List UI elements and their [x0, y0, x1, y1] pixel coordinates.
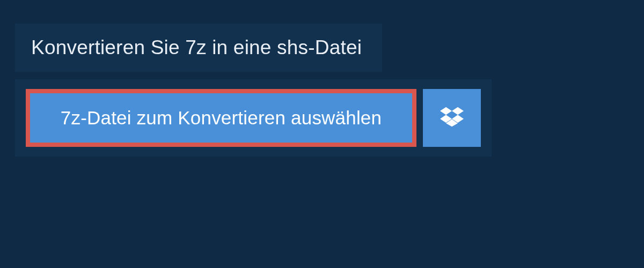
page-title: Konvertieren Sie 7z in eine shs-Datei	[31, 36, 362, 59]
header-bar: Konvertieren Sie 7z in eine shs-Datei	[15, 24, 382, 72]
dropbox-icon	[440, 105, 464, 131]
upload-panel: 7z-Datei zum Konvertieren auswählen	[15, 79, 492, 157]
dropbox-button[interactable]	[423, 89, 481, 147]
select-file-label: 7z-Datei zum Konvertieren auswählen	[61, 107, 382, 129]
select-file-button[interactable]: 7z-Datei zum Konvertieren auswählen	[26, 89, 416, 147]
